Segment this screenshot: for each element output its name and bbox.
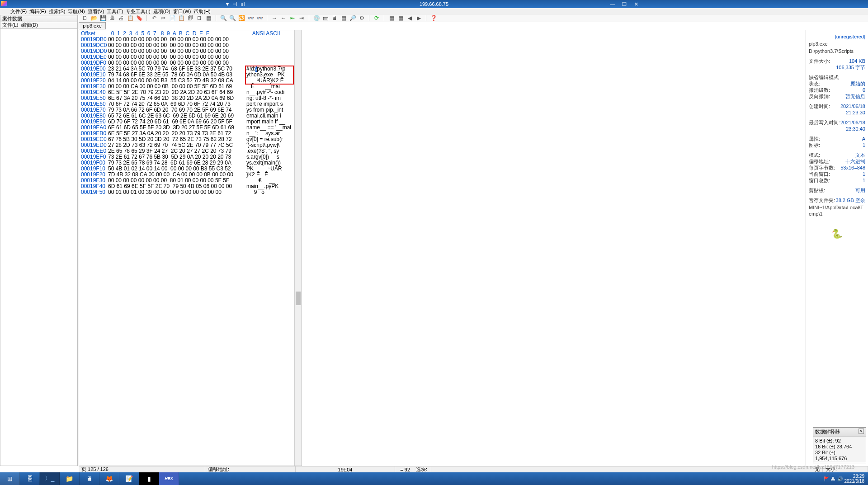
filename: pip3.exe xyxy=(809,41,865,47)
disk-icon[interactable]: 💿 xyxy=(313,14,320,22)
task-desktop[interactable]: 🖥 xyxy=(80,472,99,485)
paste-icon[interactable]: 📋 xyxy=(178,14,185,22)
tray-network-icon[interactable]: 🖧 xyxy=(831,476,835,481)
hex-scrollbar[interactable] xyxy=(294,30,302,466)
analysis-icon[interactable]: 🔎 xyxy=(349,14,356,22)
hex-row[interactable]: 00019F5000 01 00 01 00 39 00 00 00 F3 00… xyxy=(79,189,302,195)
print-icon[interactable]: 🖨 xyxy=(118,14,125,22)
interpreter-close-icon[interactable]: × xyxy=(859,428,864,434)
properties-icon[interactable]: 📋 xyxy=(127,14,134,22)
status-eq: = 92 xyxy=(395,466,413,472)
statusbar: 页 125 / 126 偏移地址: 19E04 = 92 选块: 无 大小: xyxy=(79,466,868,472)
menu-nav[interactable]: 导航(N) xyxy=(66,8,86,15)
toggle-ascii-icon[interactable]: ▦ xyxy=(388,14,395,22)
open-icon[interactable]: 📂 xyxy=(90,14,98,22)
taskbar: ⊞ 🗄 〉_ 📁 🖥 🦊 📝 ▮ HEX 🚩 🖧 🔊 23:292021/6/1… xyxy=(0,472,868,485)
status-offset-value: 19E04 xyxy=(296,466,395,472)
remote-restore-icon[interactable]: ❐ xyxy=(619,0,630,8)
tray-clock[interactable]: 23:292021/6/18 xyxy=(844,474,865,484)
menu-opt[interactable]: 选项(O) xyxy=(152,8,172,15)
status-sel-label: 选块: xyxy=(413,466,431,472)
define-block-icon[interactable]: ▦ xyxy=(205,14,212,22)
menu-spec[interactable]: 专业工具(I) xyxy=(124,8,151,15)
menu-edit[interactable]: 编辑(E) xyxy=(28,8,47,15)
find-list-icon[interactable]: 👓 xyxy=(256,14,263,22)
case-data-menu: 文件(L) 编辑(D) xyxy=(0,22,78,29)
case-data-panel-title: 案件数据 xyxy=(0,15,78,22)
calc-icon[interactable]: 🖩 xyxy=(331,14,338,22)
menu-file[interactable]: 文件(F) xyxy=(9,8,28,15)
offset-header: Offset xyxy=(79,30,108,37)
python-icon: 🐍 xyxy=(809,231,865,237)
ram-icon[interactable]: 🖴 xyxy=(322,14,329,22)
case-menu-file[interactable]: 文件(L) xyxy=(2,22,18,28)
task-notepad[interactable]: 📝 xyxy=(119,472,139,485)
replace-icon[interactable]: 🔁 xyxy=(238,14,245,22)
template-icon[interactable]: ▤ xyxy=(340,14,347,22)
remote-min-icon[interactable]: — xyxy=(607,0,618,8)
case-menu-edit[interactable]: 编辑(D) xyxy=(21,22,38,28)
remote-ip: 199.66.68.75 xyxy=(420,1,448,7)
gear-icon[interactable]: ⚙ xyxy=(358,14,365,22)
toggle-grid-icon[interactable]: ▦ xyxy=(397,14,404,22)
interpreter-title: 数据解释器 xyxy=(815,428,840,435)
cut-icon[interactable]: ✂ xyxy=(160,14,167,22)
task-cmd[interactable]: ▮ xyxy=(139,472,159,485)
filepath: D:\python3.7\Scripts xyxy=(809,48,865,54)
thumbtack-icon[interactable]: ⊣ xyxy=(232,1,237,7)
toolbar: 🗋 📂 💾 🖶 🖨 📋 🔖 ↶ ✂ 📄 📋 🗐 🗒 ▦ 🔍 🔍 🔁 👓 👓 → … xyxy=(79,14,868,22)
forward-icon[interactable]: ⇤ xyxy=(289,14,296,22)
new-icon[interactable]: 🗋 xyxy=(81,14,89,22)
menu-search[interactable]: 搜索(S) xyxy=(47,8,67,15)
start-button[interactable]: ⊞ xyxy=(0,472,20,485)
prev-icon[interactable]: ◀ xyxy=(406,14,413,22)
find-again-icon[interactable]: 👓 xyxy=(247,14,254,22)
pin-icon[interactable]: ▾ xyxy=(226,1,229,7)
status-page: 页 125 / 126 xyxy=(79,466,205,472)
save-as-icon[interactable]: 🖶 xyxy=(108,14,116,22)
interp-8bit: 8 Bit (±): 92 xyxy=(815,438,864,444)
remote-close-icon[interactable]: ✕ xyxy=(631,0,642,8)
menu-window[interactable]: 窗口(W) xyxy=(172,8,193,15)
help-icon[interactable]: ❓ xyxy=(430,14,437,22)
menu-bar: 文件(F) 编辑(E) 搜索(S) 导航(N) 查看(V) 工具(T) 专业工具… xyxy=(0,8,868,15)
ascii-header: ANSI ASCII xyxy=(245,30,302,37)
task-explorer[interactable]: 📁 xyxy=(60,472,80,485)
hex-header: Offset 0 1 2 3 4 5 6 7 8 9 A B C D E F A… xyxy=(79,30,302,37)
system-tray[interactable]: 🚩 🖧 🔊 23:292021/6/18 xyxy=(824,474,868,484)
watermark: https://blog.csdn.net/lyz18647177213 xyxy=(772,464,854,470)
signal-icon: ııl xyxy=(241,1,245,7)
menu-view[interactable]: 查看(V) xyxy=(86,8,106,15)
refresh-icon[interactable]: ⟳ xyxy=(373,14,380,22)
hex-editor[interactable]: Offset 0 1 2 3 4 5 6 7 8 9 A B C D E F A… xyxy=(79,30,302,466)
save-icon[interactable]: 💾 xyxy=(99,14,107,22)
bookmark-icon[interactable]: 🔖 xyxy=(136,14,143,22)
task-powershell[interactable]: 〉_ xyxy=(40,472,60,485)
interp-32bit: 32 Bit (±) 1,954,115,676 xyxy=(815,450,864,461)
tray-sound-icon[interactable]: 🔊 xyxy=(837,476,843,481)
data-interpreter[interactable]: 数据解释器× 8 Bit (±): 92 16 Bit (±) 28,764 3… xyxy=(813,427,866,463)
tray-flag-icon[interactable]: 🚩 xyxy=(824,476,829,481)
copy-icon[interactable]: 📄 xyxy=(169,14,176,22)
app-icon xyxy=(1,1,7,6)
clipboard-data-icon[interactable]: 🗐 xyxy=(187,14,194,22)
tab-file[interactable]: pip3.exe xyxy=(79,22,106,29)
next-icon[interactable]: ▶ xyxy=(415,14,422,22)
find-hex-icon[interactable]: 🔍 xyxy=(229,14,236,22)
position-icon[interactable]: ⇥ xyxy=(298,14,305,22)
goto-icon[interactable]: → xyxy=(271,14,278,22)
case-tree[interactable] xyxy=(0,29,78,466)
back-icon[interactable]: ← xyxy=(280,14,287,22)
find-icon[interactable]: 🔍 xyxy=(220,14,227,22)
task-firefox[interactable]: 🦊 xyxy=(99,472,119,485)
remote-session-titlebar: ▾ ⊣ ııl 199.66.68.75 — ❐ ✕ xyxy=(0,0,868,8)
menu-tools[interactable]: 工具(T) xyxy=(105,8,124,15)
info-panel: [unregistered] pip3.exe D:\python3.7\Scr… xyxy=(806,30,868,466)
task-server-manager[interactable]: 🗄 xyxy=(20,472,40,485)
interp-16bit: 16 Bit (±) 28,764 xyxy=(815,444,864,450)
task-hex[interactable]: HEX xyxy=(159,472,179,485)
unregistered-label: [unregistered] xyxy=(809,33,865,40)
undo-icon[interactable]: ↶ xyxy=(151,14,158,22)
menu-help[interactable]: 帮助(H) xyxy=(192,8,212,15)
paste-special-icon[interactable]: 🗒 xyxy=(196,14,203,22)
